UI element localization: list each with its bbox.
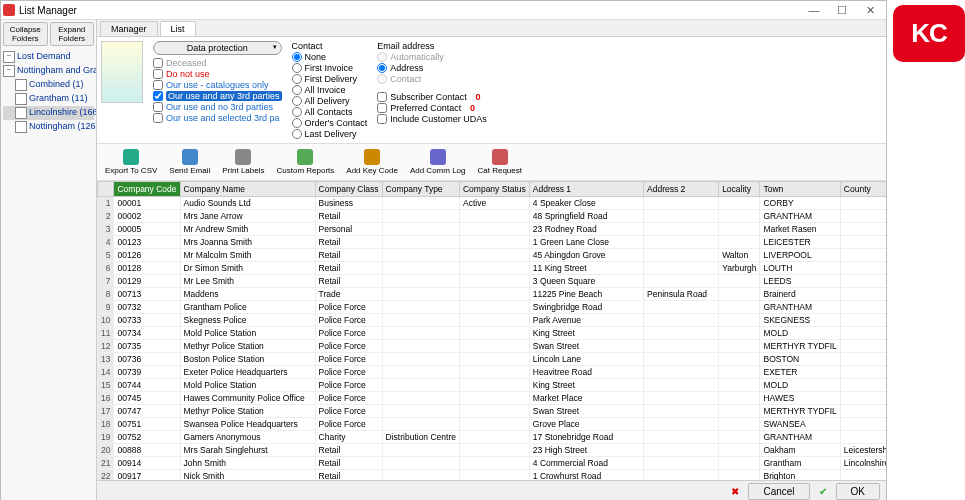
table-row[interactable]: 900732Grantham PolicePolice ForceSwingbr…: [98, 301, 887, 314]
table-row[interactable]: 1400739Exeter Police HeadquartersPolice …: [98, 366, 887, 379]
table-row[interactable]: 2000888Mrs Sarah SinglehurstRetail23 Hig…: [98, 444, 887, 457]
ok-button[interactable]: OK: [836, 483, 880, 500]
contact-all-invoice[interactable]: All Invoice: [292, 85, 368, 95]
column-header[interactable]: Company Name: [180, 182, 315, 197]
cat-request-button[interactable]: Cat Request: [473, 147, 525, 177]
table-row[interactable]: 1300736Boston Police StationPolice Force…: [98, 353, 887, 366]
contact-last-delivery[interactable]: Last Delivery: [292, 129, 368, 139]
window: List Manager — ☐ ✕ Collapse Folders Expa…: [0, 0, 887, 500]
dp-any-3rd[interactable]: Our use and any 3rd parties: [153, 91, 282, 101]
data-protection-dropdown[interactable]: Data protection: [153, 41, 282, 55]
column-header[interactable]: Company Status: [459, 182, 529, 197]
close-button[interactable]: ✕: [856, 2, 884, 18]
tree-node[interactable]: −Nottingham and Grantham: [3, 64, 94, 78]
folder-tree[interactable]: −Lost Demand−Nottingham and GranthamComb…: [1, 48, 96, 500]
add-comm-log-button[interactable]: Add Comm Log: [406, 147, 470, 177]
data-grid[interactable]: Company CodeCompany NameCompany ClassCom…: [97, 181, 886, 480]
table-row[interactable]: 1200735Methyr Police StationPolice Force…: [98, 340, 887, 353]
table-row[interactable]: 1000733Skegness PolicePolice ForcePark A…: [98, 314, 887, 327]
folder-panel: Collapse Folders Expand Folders −Lost De…: [1, 20, 97, 500]
column-header[interactable]: Company Type: [382, 182, 459, 197]
email-contact[interactable]: Contact: [377, 74, 487, 84]
email-auto[interactable]: Automatically: [377, 52, 487, 62]
contact-first-delivery[interactable]: First Delivery: [292, 74, 368, 84]
include-customer-udas[interactable]: Include Customer UDAs: [377, 114, 487, 124]
send-email-button[interactable]: Send Email: [165, 147, 214, 177]
contact-none[interactable]: None: [292, 52, 368, 62]
table-row[interactable]: 2100914John SmithRetail4 Commercial Road…: [98, 457, 887, 470]
export-csv-button[interactable]: Export To CSV: [101, 147, 161, 177]
tree-node[interactable]: Combined (1): [3, 78, 94, 92]
filter-bar: Data protection Deceased Do not use Our …: [97, 37, 886, 144]
table-row[interactable]: 600128Dr Simon SmithRetail11 King Street…: [98, 262, 887, 275]
table-row[interactable]: 300005Mr Andrew SmithPersonal23 Rodney R…: [98, 223, 887, 236]
collapse-folders-button[interactable]: Collapse Folders: [3, 22, 48, 46]
table-row[interactable]: 400123Mrs Joanna SmithRetail1 Green Lane…: [98, 236, 887, 249]
dp-catalogues-only[interactable]: Our use - catalogues only: [153, 80, 282, 90]
tree-node[interactable]: Nottingham (126): [3, 120, 94, 134]
contact-all-delivery[interactable]: All Delivery: [292, 96, 368, 106]
titlebar: List Manager — ☐ ✕: [1, 1, 886, 20]
dp-do-not-use[interactable]: Do not use: [153, 69, 282, 79]
email-group: Email address Automatically Address Cont…: [377, 41, 487, 124]
data-protection-group: Data protection Deceased Do not use Our …: [153, 41, 282, 123]
add-key-code-button[interactable]: Add Key Code: [342, 147, 402, 177]
dialog-footer: ✖ Cancel ✔ OK: [97, 480, 886, 500]
tab-manager[interactable]: Manager: [100, 21, 158, 36]
table-row[interactable]: 2200917Nick SmithRetail1 Crowhurst RoadB…: [98, 470, 887, 481]
dp-deceased[interactable]: Deceased: [153, 58, 282, 68]
custom-reports-button[interactable]: Custom Reports: [273, 147, 339, 177]
cancel-icon: ✖: [728, 484, 742, 498]
subscriber-contact[interactable]: Subscriber Contact 0: [377, 92, 487, 102]
column-header[interactable]: Address 1: [529, 182, 643, 197]
contact-all-contacts[interactable]: All Contacts: [292, 107, 368, 117]
column-header[interactable]: Address 2: [644, 182, 719, 197]
column-header[interactable]: Company Class: [315, 182, 382, 197]
contact-heading: Contact: [292, 41, 368, 51]
print-labels-button[interactable]: Print Labels: [218, 147, 268, 177]
ok-icon: ✔: [816, 484, 830, 498]
contact-group: Contact None First Invoice First Deliver…: [292, 41, 368, 139]
tree-node[interactable]: −Lost Demand: [3, 50, 94, 64]
tree-node[interactable]: Lincolnshire (166): [3, 106, 94, 120]
contact-orders-contact[interactable]: Order's Contact: [292, 118, 368, 128]
email-heading: Email address: [377, 41, 487, 51]
table-row[interactable]: 700129Mr Lee SmithRetail3 Queen SquareLE…: [98, 275, 887, 288]
table-row[interactable]: 1100734Mold Police StationPolice ForceKi…: [98, 327, 887, 340]
dp-selected-3rd[interactable]: Our use and selected 3rd pa: [153, 113, 282, 123]
column-header[interactable]: Town: [760, 182, 840, 197]
action-toolbar: Export To CSVSend EmailPrint LabelsCusto…: [97, 144, 886, 181]
minimize-button[interactable]: —: [800, 2, 828, 18]
column-header[interactable]: Locality: [719, 182, 760, 197]
app-icon: [3, 4, 15, 16]
table-row[interactable]: 500126Mr Malcolm SmithRetail45 Abingdon …: [98, 249, 887, 262]
contact-first-invoice[interactable]: First Invoice: [292, 63, 368, 73]
table-row[interactable]: 100001Audio Sounds LtdBusinessActive4 Sp…: [98, 197, 887, 210]
cancel-button[interactable]: Cancel: [748, 483, 809, 500]
tab-list[interactable]: List: [160, 21, 196, 36]
table-row[interactable]: 1800751Swansea Police HeadquartersPolice…: [98, 418, 887, 431]
table-row[interactable]: 1500744Mold Police StationPolice ForceKi…: [98, 379, 887, 392]
email-address[interactable]: Address: [377, 63, 487, 73]
table-row[interactable]: 1700747Methyr Police StationPolice Force…: [98, 405, 887, 418]
kc-logo: KC: [893, 5, 965, 62]
table-row[interactable]: 1900752Gamers AnonymousCharityDistributi…: [98, 431, 887, 444]
table-row[interactable]: 800713MaddensTrade11225 Pine BeachPenins…: [98, 288, 887, 301]
preferred-contact[interactable]: Preferred Contact 0: [377, 103, 487, 113]
dp-no-3rd[interactable]: Our use and no 3rd parties: [153, 102, 282, 112]
table-row[interactable]: 1600745Hawes Community Police OfficePoli…: [98, 392, 887, 405]
expand-folders-button[interactable]: Expand Folders: [50, 22, 95, 46]
column-header[interactable]: County: [840, 182, 886, 197]
table-row[interactable]: 200002Mrs Jane ArrowRetail48 Springfield…: [98, 210, 887, 223]
column-header[interactable]: Company Code: [114, 182, 180, 197]
tree-node[interactable]: Grantham (11): [3, 92, 94, 106]
maximize-button[interactable]: ☐: [828, 2, 856, 18]
window-title: List Manager: [19, 5, 77, 16]
list-thumbnail: [101, 41, 143, 103]
tabs: Manager List: [97, 20, 886, 37]
